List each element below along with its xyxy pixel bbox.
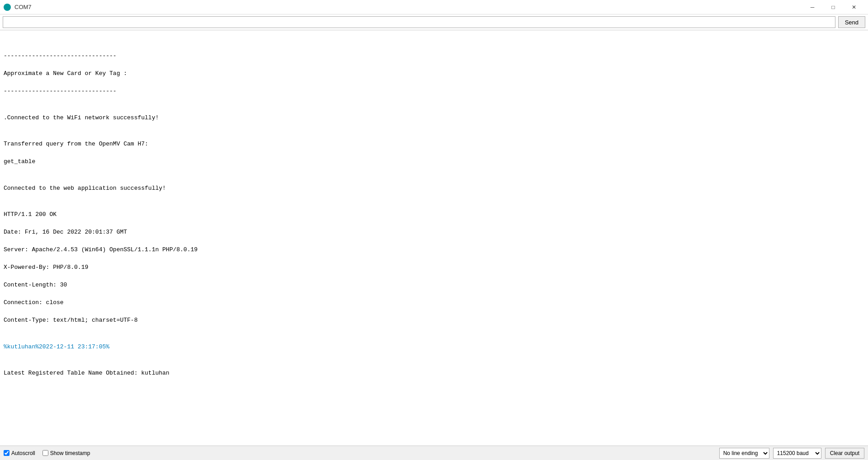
line-ending-select[interactable]: No line endingNewlineCarriage returnBoth… [719, 448, 769, 459]
title-bar-left: COM7 [4, 4, 32, 11]
output-area: -------------------------------- Approxi… [0, 30, 868, 446]
output-line: -------------------------------- [4, 87, 864, 96]
serial-input[interactable] [3, 16, 835, 28]
clear-output-button[interactable]: Clear output [825, 448, 864, 459]
output-line: Date: Fri, 16 Dec 2022 20:01:37 GMT [4, 228, 864, 237]
output-line: Content-Type: text/html; charset=UTF-8 [4, 316, 864, 325]
show-timestamp-checkbox[interactable] [42, 450, 48, 456]
output-line: get_table [4, 157, 864, 166]
minimize-button[interactable]: ─ [802, 0, 823, 14]
input-bar: Send [0, 14, 868, 30]
autoscroll-checkbox[interactable] [4, 450, 9, 456]
output-line: HTTP/1.1 200 OK [4, 210, 864, 219]
output-line: Connected to the web application success… [4, 184, 864, 193]
send-button[interactable]: Send [838, 16, 865, 28]
window-title: COM7 [14, 4, 32, 10]
output-line: %kutluhan%2022-12-11 23:17:05% [4, 343, 864, 352]
window-controls: ─ □ ✕ [802, 0, 864, 14]
status-bar-right: No line endingNewlineCarriage returnBoth… [719, 448, 864, 459]
autoscroll-label[interactable]: Autoscroll [4, 450, 35, 456]
show-timestamp-text: Show timestamp [50, 450, 90, 456]
output-line: Transferred query from the OpenMV Cam H7… [4, 140, 864, 149]
show-timestamp-label[interactable]: Show timestamp [42, 450, 90, 456]
output-line: -------------------------------- [4, 52, 864, 61]
output-line: .Connected to the WiFi network successfu… [4, 113, 864, 122]
output-line: Server: Apache/2.4.53 (Win64) OpenSSL/1.… [4, 245, 864, 254]
title-bar: COM7 ─ □ ✕ [0, 0, 868, 14]
close-button[interactable]: ✕ [844, 0, 864, 14]
restore-button[interactable]: □ [823, 0, 844, 14]
output-line: Latest Registered Table Name Obtained: k… [4, 369, 864, 378]
status-bar: Autoscroll Show timestamp No line ending… [0, 446, 868, 460]
autoscroll-text: Autoscroll [11, 450, 35, 456]
status-bar-left: Autoscroll Show timestamp [4, 450, 90, 456]
output-line: Approximate a New Card or Key Tag : [4, 69, 864, 78]
app-icon [4, 4, 11, 11]
output-line: X-Powered-By: PHP/8.0.19 [4, 263, 864, 272]
baud-rate-select[interactable]: 300 baud1200 baud2400 baud4800 baud9600 … [773, 448, 821, 459]
output-line: Content-Length: 30 [4, 281, 864, 290]
output-line: Connection: close [4, 298, 864, 307]
